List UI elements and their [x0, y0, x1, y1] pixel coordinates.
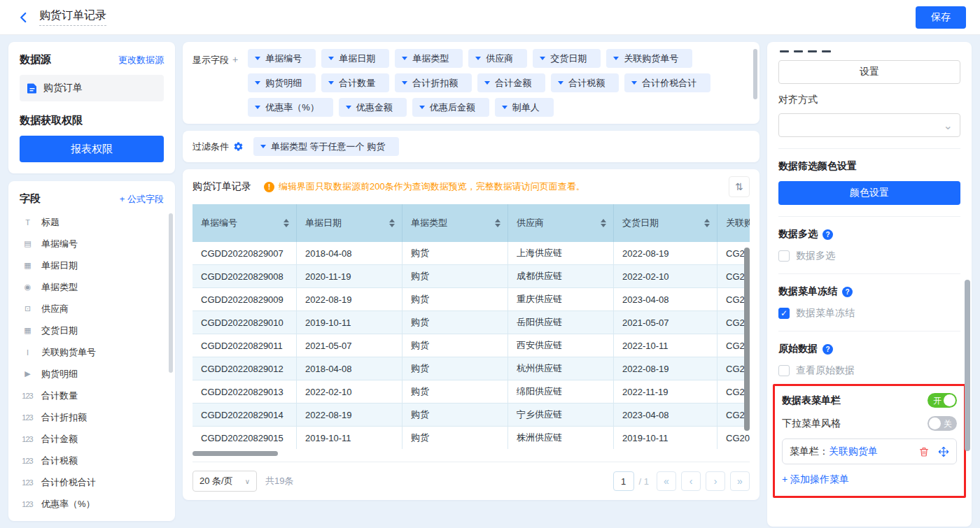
- field-chip[interactable]: 单据编号: [248, 49, 316, 68]
- move-icon[interactable]: [938, 446, 949, 457]
- change-datasource-link[interactable]: 更改数据源: [118, 54, 164, 66]
- checkbox-unchecked[interactable]: [778, 365, 790, 376]
- settings-button[interactable]: 设置: [778, 60, 960, 84]
- caret-down-icon: [255, 81, 260, 85]
- field-chip[interactable]: 供应商: [468, 49, 527, 68]
- trash-icon[interactable]: [918, 446, 930, 457]
- field-chip[interactable]: 合计税额: [551, 73, 619, 92]
- dropdown-style-toggle-off[interactable]: 关: [927, 416, 957, 431]
- help-icon[interactable]: ?: [842, 287, 853, 297]
- display-scrollbar[interactable]: [753, 49, 757, 99]
- column-header[interactable]: 单据编号: [192, 204, 297, 242]
- field-item-label: 供应商: [41, 303, 69, 315]
- table-cell: 绵阳供应链: [508, 380, 614, 404]
- table-cell: CGDD20220829010: [192, 311, 297, 334]
- sort-icon: [389, 219, 395, 227]
- column-header[interactable]: 单据日期: [297, 204, 402, 242]
- column-header[interactable]: 供应商: [508, 204, 614, 242]
- number-icon: 123: [20, 500, 35, 508]
- datasource-item[interactable]: 购货订单: [20, 75, 164, 101]
- field-item[interactable]: ▶购货明细: [20, 363, 164, 385]
- align-select[interactable]: ⌄: [778, 113, 960, 137]
- field-chip[interactable]: 优惠后金额: [412, 98, 489, 117]
- back-button[interactable]: [14, 8, 34, 27]
- field-item[interactable]: 123合计数量: [20, 385, 164, 406]
- chip-label: 供应商: [486, 52, 513, 65]
- menubar-toggle-on[interactable]: 开: [927, 393, 957, 408]
- field-item[interactable]: T标题: [20, 211, 164, 233]
- top-bar: 购货订单记录 保存: [0, 0, 980, 35]
- field-chip[interactable]: 合计折扣额: [395, 73, 472, 92]
- table-vertical-scrollbar[interactable]: [744, 248, 750, 431]
- field-chip[interactable]: 制单人: [495, 98, 554, 117]
- field-chip[interactable]: 优惠率（%）: [248, 98, 333, 117]
- table-cell: 购货: [402, 334, 508, 357]
- table-cell: 成都供应链: [508, 265, 614, 288]
- add-formula-field-link[interactable]: + 公式字段: [120, 193, 164, 206]
- table-cell: CGDD20220829011: [192, 334, 297, 357]
- field-chip[interactable]: 合计数量: [321, 73, 389, 92]
- add-display-field-button[interactable]: +: [232, 54, 238, 117]
- caret-down-icon: [502, 106, 507, 109]
- help-icon[interactable]: ?: [822, 344, 833, 355]
- field-item[interactable]: 123合计价税合计: [20, 471, 164, 493]
- chip-label: 单据类型 等于任意一个 购货: [271, 141, 385, 153]
- field-chip[interactable]: 合计价税合计: [624, 73, 710, 92]
- prev-page-button[interactable]: ‹: [681, 471, 701, 491]
- color-settings-button[interactable]: 颜色设置: [778, 181, 960, 205]
- checkbox-unchecked[interactable]: [778, 250, 790, 262]
- help-icon[interactable]: ?: [822, 229, 833, 240]
- number-icon: 123: [20, 413, 35, 422]
- multi-select-checkbox-row[interactable]: 数据多选: [778, 250, 960, 262]
- field-item[interactable]: 123合计金额: [20, 428, 164, 450]
- field-item[interactable]: ▦单据日期: [20, 255, 164, 276]
- report-permission-button[interactable]: 报表权限: [20, 136, 164, 162]
- raw-data-checkbox-row[interactable]: 查看原始数据: [778, 364, 960, 377]
- table-cell: 株洲供应链: [508, 427, 614, 449]
- page-size-select[interactable]: 20 条/页 ∨: [192, 471, 257, 492]
- save-button[interactable]: 保存: [916, 6, 966, 29]
- page-number-input[interactable]: 1: [613, 471, 634, 491]
- field-chip[interactable]: 单据类型: [395, 49, 463, 68]
- sort-icon: [495, 219, 500, 227]
- field-chip[interactable]: 交货日期: [533, 49, 601, 68]
- table-horizontal-scrollbar[interactable]: [192, 451, 278, 456]
- field-chip[interactable]: 关联购货单号: [606, 49, 692, 68]
- first-page-button[interactable]: «: [657, 471, 676, 491]
- table-cell: CGDD20220829007: [192, 242, 297, 265]
- field-item[interactable]: ◉单据类型: [20, 276, 164, 298]
- fields-scrollbar[interactable]: [169, 213, 173, 373]
- checkbox-checked[interactable]: ✓: [778, 308, 790, 319]
- clipped-section-label: [780, 50, 960, 55]
- field-item[interactable]: I关联购货单号: [20, 341, 164, 363]
- gear-icon[interactable]: [233, 141, 244, 152]
- field-item[interactable]: 123优惠率（%）: [20, 493, 164, 515]
- datasource-item-label: 购货订单: [43, 82, 83, 94]
- field-item[interactable]: ⊡供应商: [20, 298, 164, 320]
- table-cell: 2022-08-19: [614, 357, 718, 380]
- field-chip[interactable]: 购货明细: [248, 73, 316, 92]
- column-header[interactable]: 关联购货: [718, 204, 750, 242]
- field-chip[interactable]: 单据类型 等于任意一个 购货: [253, 137, 399, 156]
- field-item[interactable]: 123优惠金额: [20, 515, 164, 521]
- table-cell: 购货: [402, 265, 508, 288]
- column-header[interactable]: 单据类型: [402, 204, 508, 242]
- field-chip[interactable]: 单据日期: [321, 49, 389, 68]
- field-item[interactable]: 123合计折扣额: [20, 406, 164, 428]
- field-item[interactable]: ▤单据编号: [20, 233, 164, 255]
- menubar-item[interactable]: 菜单栏： 关联购货单: [782, 438, 957, 464]
- column-header[interactable]: 交货日期: [614, 204, 718, 242]
- next-page-button[interactable]: ›: [706, 471, 725, 491]
- field-chip[interactable]: 优惠金额: [339, 98, 407, 117]
- field-item[interactable]: 123合计税额: [20, 450, 164, 471]
- add-action-menu-link[interactable]: + 添加操作菜单: [782, 473, 849, 486]
- page-scrollbar[interactable]: [965, 280, 970, 451]
- chip-label: 单据编号: [265, 52, 302, 65]
- last-page-button[interactable]: »: [730, 471, 750, 491]
- divider: [778, 273, 960, 274]
- field-chip[interactable]: 合计金额: [477, 73, 545, 92]
- table-cell: 2021-05-07: [297, 334, 402, 357]
- row-sort-button[interactable]: ⇅: [729, 176, 750, 197]
- field-item[interactable]: ▦交货日期: [20, 320, 164, 341]
- menu-freeze-checkbox-row[interactable]: ✓ 数据菜单冻结: [778, 307, 960, 320]
